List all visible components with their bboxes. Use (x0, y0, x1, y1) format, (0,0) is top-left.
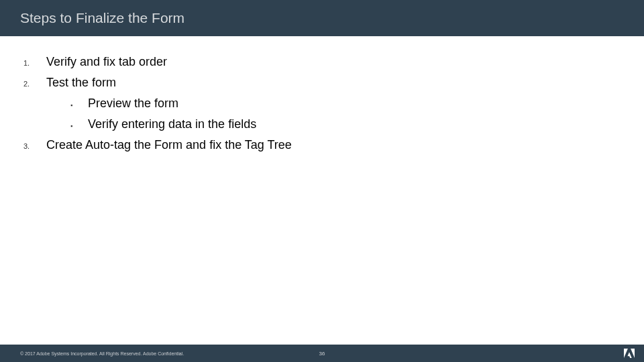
substep-text: Verify entering data in the fields (88, 117, 256, 131)
substep-list: ▪ Preview the form ▪ Verify entering dat… (70, 97, 624, 131)
step-text: Verify and fix tab order (46, 55, 167, 69)
slide-footer: © 2017 Adobe Systems Incorporated. All R… (0, 345, 644, 362)
step-number: 3. (23, 142, 46, 150)
adobe-logo-icon (624, 348, 635, 359)
slide-header: Steps to Finalize the Form (0, 0, 644, 36)
bullet-icon: ▪ (70, 123, 88, 129)
step-item: 1. Verify and fix tab order (23, 55, 624, 69)
step-number: 2. (23, 80, 46, 88)
page-number: 36 (319, 351, 325, 357)
slide: Steps to Finalize the Form 1. Verify and… (0, 0, 644, 362)
substep-item: ▪ Verify entering data in the fields (70, 117, 624, 131)
step-text: Test the form (46, 76, 116, 90)
step-text: Create Auto-tag the Form and fix the Tag… (46, 138, 292, 152)
bullet-icon: ▪ (70, 102, 88, 109)
substep-item: ▪ Preview the form (70, 97, 624, 111)
copyright-text: © 2017 Adobe Systems Incorporated. All R… (20, 351, 184, 356)
step-item: 2. Test the form (23, 76, 624, 90)
slide-title: Steps to Finalize the Form (20, 10, 184, 26)
slide-content: 1. Verify and fix tab order 2. Test the … (0, 36, 644, 152)
substep-text: Preview the form (88, 97, 178, 111)
step-item: 3. Create Auto-tag the Form and fix the … (23, 138, 624, 152)
step-number: 1. (23, 59, 46, 67)
